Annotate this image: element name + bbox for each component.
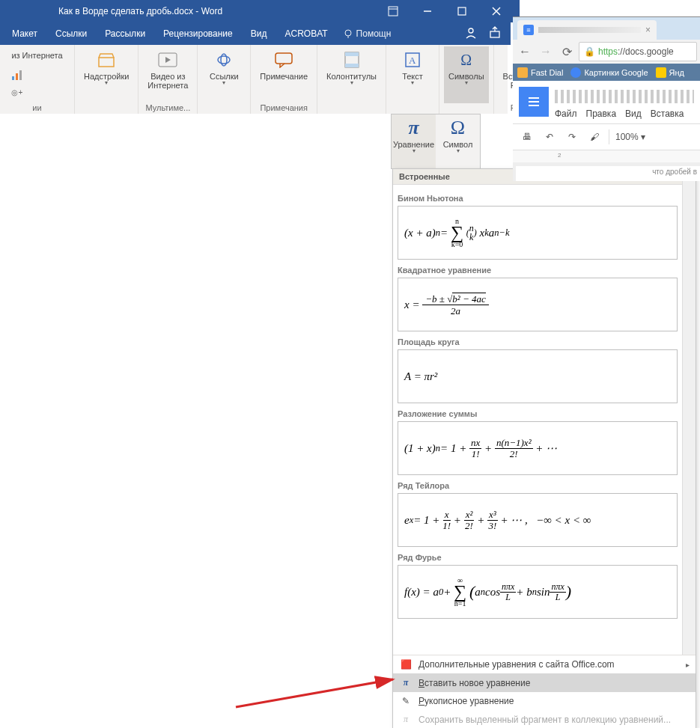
svg-text:A: A [409,55,416,66]
equation-sum-expansion[interactable]: (1 + x)n = 1 + nx1! + n(n−1)x²2! + ⋯ [398,421,678,475]
equation-name: Бином Ньютона [398,194,678,203]
google-docs-app: Файл Правка Вид Вставка 🖶 ↶ ↷ 🖌 100% ▾ 2… [513,81,700,181]
address-bar[interactable]: 🔒 https://docs.google [579,42,697,61]
comment-button[interactable]: Примечание [255,46,312,103]
zoom-dropdown[interactable]: 100% ▾ [615,132,645,142]
symbol-button[interactable]: Ω Символ ▾ [436,114,480,168]
symbols-button[interactable]: Ω Символы ▾ [444,46,489,103]
textbox-icon: A [405,49,420,70]
svg-rect-21 [345,64,359,67]
link-icon [215,49,233,70]
lock-icon: 🔒 [584,46,595,57]
equation-circle-area[interactable]: A = πr² [398,349,678,403]
tab-review[interactable]: Рецензирование [154,22,242,45]
save-selection-menuitem: π Сохранить выделенный фрагмент в коллек… [393,710,696,728]
tab-view[interactable]: Вид [242,22,276,45]
gallery-scrollbar[interactable]: ▲ [682,169,696,655]
comment-icon [274,49,293,70]
account-icon[interactable] [464,26,478,42]
store-icon [97,49,115,70]
ink-icon: ✎ [399,696,413,706]
pi-icon: π [408,117,419,139]
equation-button[interactable]: π Уравнение ▾ [392,114,436,168]
text-button[interactable]: A Текст ▾ [391,46,434,103]
paint-format-button[interactable]: 🖌 [586,129,603,145]
svg-rect-20 [345,52,359,56]
online-video-button[interactable]: Видео из Интернета [143,46,192,103]
menu-file[interactable]: Файл [555,108,577,119]
addins-button[interactable]: Надстройки ▾ [79,46,133,103]
undo-button[interactable]: ↶ [541,129,558,145]
links-button[interactable]: Ссылки ▾ [202,46,246,103]
chrome-toolbar: ← → ⟳ 🔒 https://docs.google [513,40,700,64]
bookmark-google-images[interactable]: Картинки Google [570,67,648,78]
ink-equation-menuitem[interactable]: ✎ Рукописное уравнение [393,692,696,710]
redo-button[interactable]: ↷ [564,129,580,145]
forward-button[interactable]: → [537,43,555,61]
symbols-dropdown-ribbon: π Уравнение ▾ Ω Символ ▾ [391,114,481,169]
header-footer-icon [344,49,360,70]
svg-rect-11 [16,73,18,80]
gallery-footer: 🟥 Дополнительные уравнения с сайта Offic… [393,655,696,728]
menu-view[interactable]: Вид [625,108,642,119]
omega-icon: Ω [460,49,472,70]
close-button[interactable] [479,0,514,22]
online-pictures-button[interactable]: из Интернета ◎+ [7,46,67,103]
tell-me[interactable]: Помощн [343,28,392,39]
omega-icon: Ω [451,117,465,139]
maximize-button[interactable] [445,0,479,22]
pi-disabled-icon: π [399,714,413,725]
chrome-tab[interactable]: ≡ × [517,20,657,40]
bookmarks-bar: Fast Dial Картинки Google Янд [513,64,700,82]
lightbulb-icon [343,28,353,39]
docs-ruler[interactable]: 2 [513,150,700,163]
equation-gallery: Встроенные Бином Ньютона (x + a)n = n∑k=… [392,168,696,728]
equation-name: Квадратное уравнение [398,266,678,275]
svg-point-6 [345,30,351,36]
pi-icon: π [399,677,413,688]
print-button[interactable]: 🖶 [519,129,535,145]
equation-fourier[interactable]: f(x) = a0 + ∞∑n=1 (an cos nπxL + bn sin … [398,565,678,619]
header-footer-button[interactable]: Колонтитулы ▾ [322,46,381,103]
share-icon[interactable] [488,26,502,42]
svg-marker-15 [165,57,171,63]
document-title: Как в Ворде сделать дробь.docx - Word [58,6,376,16]
docs-favicon-icon: ≡ [523,25,534,35]
bookmark-fastdial[interactable]: Fast Dial [517,67,563,78]
docs-toolbar: 🖶 ↶ ↷ 🖌 100% ▾ [513,123,700,150]
word-titlebar: Как в Ворде сделать дробь.docx - Word [0,0,520,22]
word-ribbon-tabs: Макет Ссылки Рассылки Рецензирование Вид… [0,22,511,45]
more-equations-menuitem[interactable]: 🟥 Дополнительные уравнения с сайта Offic… [393,655,696,673]
docs-title-placeholder[interactable] [555,90,694,103]
docs-home-button[interactable] [519,87,549,117]
reload-button[interactable]: ⟳ [558,43,576,61]
tab-acrobat[interactable]: ACROBAT [276,22,336,45]
tab-mailings[interactable]: Рассылки [96,22,154,45]
tab-references[interactable]: Ссылки [46,22,96,45]
equation-name: Ряд Тейлора [398,481,678,490]
hamburger-icon [526,94,541,109]
bookmark-yandex[interactable]: Янд [656,67,684,78]
insert-new-equation-menuitem[interactable]: π Вставить новое уравнение [393,673,696,692]
equation-name: Ряд Фурье [398,553,678,562]
gallery-scroll-area[interactable]: Бином Ньютона (x + a)n = n∑k=0 (nk) xkan… [393,185,682,655]
svg-rect-12 [19,70,22,80]
close-tab-icon[interactable]: × [645,25,651,35]
chart-icon [11,64,25,85]
menu-edit[interactable]: Правка [586,108,617,119]
svg-rect-3 [458,7,466,15]
ribbon-display-options-button[interactable] [376,0,410,22]
svg-rect-10 [12,76,14,80]
equation-binomial[interactable]: (x + a)n = n∑k=0 (nk) xkan−k [398,206,678,260]
docs-page-area[interactable]: что дробей в [513,163,700,181]
minimize-button[interactable] [410,0,445,22]
video-icon [158,49,177,70]
back-button[interactable]: ← [516,43,534,61]
svg-rect-18 [276,53,292,64]
equation-quadratic[interactable]: x = −b ± √b² − 4ac2a [398,278,678,331]
svg-point-8 [469,28,473,33]
equation-taylor[interactable]: ex = 1 + x1! + x²2! + x³3! + ⋯ , −∞ < x … [398,493,678,547]
menu-insert[interactable]: Вставка [651,108,684,119]
svg-rect-9 [490,31,499,37]
tab-layout[interactable]: Макет [3,22,46,45]
